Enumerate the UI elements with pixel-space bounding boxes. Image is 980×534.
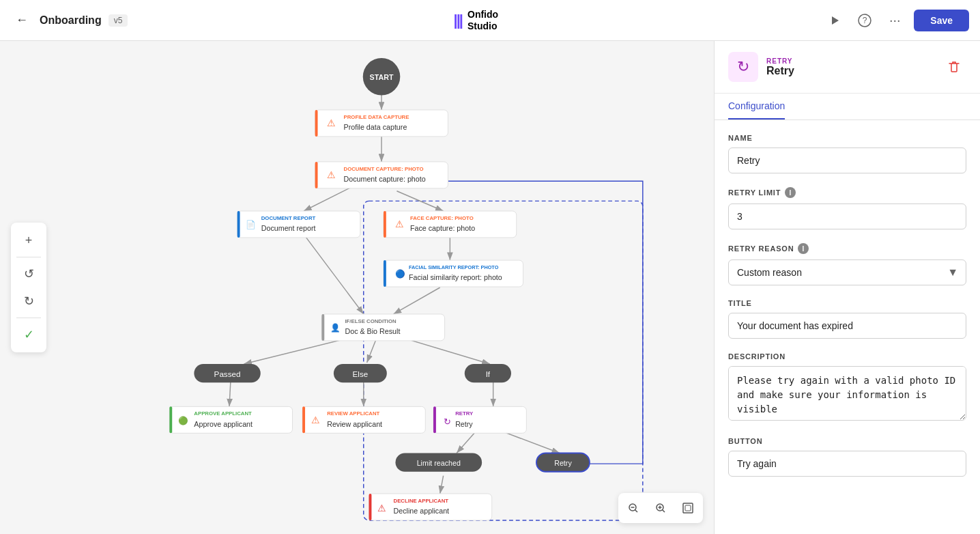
svg-text:🔵: 🔵: [395, 269, 405, 279]
node-retry[interactable]: RETRY Retry ↻: [433, 406, 526, 433]
svg-line-12: [394, 287, 440, 314]
svg-rect-45: [384, 260, 386, 287]
svg-text:START: START: [370, 73, 394, 81]
title-field-group: Title: [728, 299, 966, 339]
node-doc-capture[interactable]: DOCUMENT CAPTURE: PHOTO Document capture…: [315, 162, 448, 188]
node-decline[interactable]: DECLINE APPLICANT Decline applicant ⚠: [369, 494, 492, 520]
svg-line-14: [367, 337, 377, 363]
retry-limit-info-icon[interactable]: i: [785, 187, 796, 198]
svg-text:Approve applicant: Approve applicant: [194, 420, 253, 428]
button-field-group: Button: [728, 437, 966, 477]
svg-text:Passed: Passed: [214, 369, 241, 378]
retry-reason-field-group: RETRY REASON i Custom reason Document ex…: [728, 243, 966, 285]
svg-text:↻: ↻: [444, 417, 451, 427]
main-layout: + ↺ ↻ ✓: [0, 41, 980, 534]
panel-tabs: Configuration: [715, 94, 980, 120]
svg-rect-91: [683, 503, 693, 513]
svg-text:⚠: ⚠: [377, 503, 386, 514]
panel-content: NAME RETRY LIMIT i RETRY REASON i: [715, 120, 980, 504]
node-if[interactable]: If: [465, 364, 511, 382]
node-face-capture[interactable]: FACE CAPTURE: PHOTO Face capture: photo …: [384, 211, 517, 238]
right-panel: ↻ RETRY Retry Configuration NAME: [714, 41, 980, 534]
svg-rect-80: [369, 494, 372, 520]
svg-text:👤: 👤: [330, 323, 341, 333]
toolbar-divider-2: [16, 318, 41, 318]
svg-text:⚠: ⚠: [327, 170, 336, 180]
button-input[interactable]: [728, 451, 966, 477]
svg-text:Retry: Retry: [455, 420, 473, 428]
node-retry-final[interactable]: Retry: [536, 453, 590, 472]
description-textarea[interactable]: Please try again with a valid photo ID a…: [728, 366, 966, 421]
project-title: Onboarding: [40, 14, 102, 27]
node-doc-report[interactable]: DOCUMENT REPORT Document report 📄: [237, 211, 360, 238]
svg-text:REVIEW APPLICANT: REVIEW APPLICANT: [327, 410, 379, 417]
svg-text:Document report: Document report: [261, 224, 316, 232]
undo-button[interactable]: ↺: [16, 262, 41, 286]
svg-rect-30: [315, 162, 318, 188]
svg-text:DOCUMENT CAPTURE: PHOTO: DOCUMENT CAPTURE: PHOTO: [344, 166, 424, 172]
more-button[interactable]: ···: [884, 10, 906, 31]
svg-rect-50: [321, 314, 324, 341]
svg-line-21: [440, 476, 444, 494]
svg-text:APPROVE APPLICANT: APPROVE APPLICANT: [194, 410, 252, 417]
zoom-out-button[interactable]: [621, 496, 646, 520]
tab-configuration[interactable]: Configuration: [728, 94, 785, 120]
retry-reason-select[interactable]: Custom reason Document expired Poor qual…: [728, 259, 966, 285]
node-else[interactable]: Else: [334, 364, 387, 382]
retry-icon: ↻: [737, 58, 749, 76]
add-button[interactable]: +: [16, 228, 41, 253]
svg-text:Document capture: photo: Document capture: photo: [344, 175, 426, 183]
svg-text:Face capture: photo: Face capture: photo: [410, 224, 475, 232]
node-limit-reached[interactable]: Limit reached: [395, 453, 482, 472]
svg-text:IF/ELSE CONDITION: IF/ELSE CONDITION: [345, 318, 397, 324]
svg-text:Decline applicant: Decline applicant: [394, 507, 450, 515]
retry-limit-label: RETRY LIMIT i: [728, 187, 966, 198]
play-button[interactable]: [824, 10, 846, 31]
node-review[interactable]: REVIEW APPLICANT Review applicant ⚠: [302, 406, 425, 433]
logo-icon: |||: [454, 12, 462, 29]
save-button[interactable]: Save: [914, 10, 969, 31]
node-profile-data[interactable]: PROFILE DATA CAPTURE Profile data captur…: [315, 110, 448, 137]
node-if-else[interactable]: IF/ELSE CONDITION Doc & Bio Result 👤: [321, 314, 444, 341]
name-input[interactable]: [728, 147, 966, 173]
panel-header: ↻ RETRY Retry: [715, 41, 980, 94]
panel-icon-wrapper: ↻: [728, 52, 758, 82]
back-button[interactable]: ←: [11, 10, 33, 31]
svg-marker-0: [832, 16, 839, 25]
logo-text: Onfido Studio: [467, 9, 498, 32]
redo-button[interactable]: ↻: [16, 289, 41, 313]
help-button[interactable]: ?: [854, 10, 876, 31]
node-passed[interactable]: Passed: [194, 364, 260, 382]
header: ← Onboarding v5 ||| Onfido Studio ? ··· …: [0, 0, 980, 41]
svg-rect-35: [237, 211, 240, 238]
description-label: Description: [728, 352, 966, 361]
svg-text:?: ?: [863, 16, 867, 25]
name-field-label: NAME: [728, 134, 966, 142]
version-badge: v5: [109, 14, 128, 27]
panel-delete-button[interactable]: [942, 55, 966, 79]
svg-text:⚠: ⚠: [311, 415, 320, 425]
node-facial-sim[interactable]: FACIAL SIMILARITY REPORT: PHOTO Facial s…: [384, 260, 523, 287]
panel-name: Retry: [766, 65, 934, 77]
svg-line-88: [663, 510, 665, 513]
svg-rect-61: [169, 406, 172, 433]
header-left: ← Onboarding v5: [11, 10, 128, 31]
toolbar-divider: [16, 257, 41, 257]
description-field-group: Description Please try again with a vali…: [728, 352, 966, 423]
svg-text:FACIAL SIMILARITY REPORT: PHOT: FACIAL SIMILARITY REPORT: PHOTO: [409, 264, 499, 270]
zoom-in-button[interactable]: [648, 496, 673, 520]
canvas-area[interactable]: + ↺ ↻ ✓: [0, 41, 714, 534]
svg-rect-5: [364, 201, 643, 520]
node-approve[interactable]: APPROVE APPLICANT Approve applicant 🟢: [169, 406, 292, 433]
svg-line-20: [500, 430, 560, 453]
fit-button[interactable]: [676, 496, 700, 520]
retry-limit-input[interactable]: [728, 203, 966, 229]
svg-rect-92: [685, 505, 691, 511]
title-input[interactable]: [728, 313, 966, 339]
svg-rect-40: [384, 211, 386, 238]
svg-text:Profile data capture: Profile data capture: [344, 123, 407, 131]
title-label: Title: [728, 299, 966, 307]
retry-reason-info-icon[interactable]: i: [798, 243, 809, 254]
confirm-button[interactable]: ✓: [16, 322, 41, 347]
svg-text:⚠: ⚠: [395, 219, 404, 229]
